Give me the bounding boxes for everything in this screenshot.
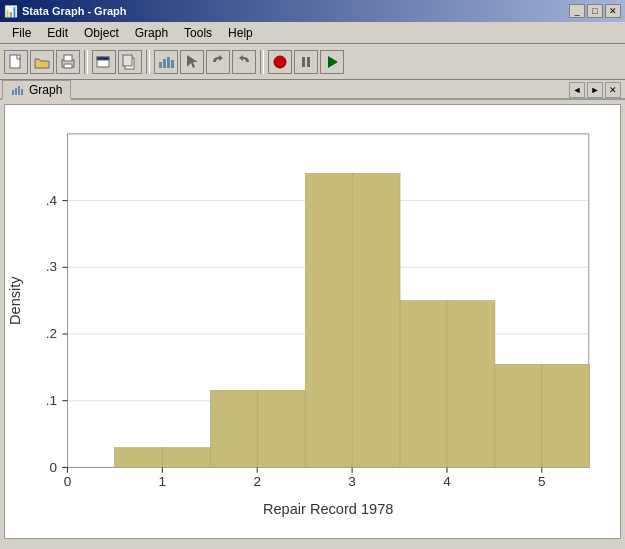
print-button[interactable] — [56, 50, 80, 74]
svg-point-13 — [274, 56, 286, 68]
svg-rect-10 — [167, 57, 170, 68]
x-tick-1: 1 — [159, 474, 167, 489]
separator-1 — [84, 50, 88, 74]
bar-5 — [352, 173, 400, 467]
tab-next-button[interactable]: ► — [587, 82, 603, 98]
record-play-button[interactable] — [320, 50, 344, 74]
new-button[interactable] — [4, 50, 28, 74]
tab-prev-button[interactable]: ◄ — [569, 82, 585, 98]
x-tick-5: 5 — [538, 474, 546, 489]
svg-rect-2 — [64, 55, 72, 61]
svg-rect-19 — [18, 86, 20, 95]
x-tick-3: 3 — [348, 474, 356, 489]
x-tick-4: 4 — [443, 474, 451, 489]
svg-rect-18 — [15, 88, 17, 95]
y-tick-3: .3 — [46, 259, 57, 274]
record-pause-button[interactable] — [294, 50, 318, 74]
x-axis-label: Repair Record 1978 — [263, 501, 393, 517]
bar-1 — [162, 448, 210, 468]
minimize-button[interactable]: _ — [569, 4, 585, 18]
bar-8 — [495, 364, 543, 467]
histogram-chart: 0 1 2 3 4 5 0 .1 .2 .3 .4 Repair Record … — [5, 105, 620, 538]
title-bar-controls[interactable]: _ □ ✕ — [569, 4, 621, 18]
menu-file[interactable]: File — [4, 24, 39, 42]
bar-3 — [257, 390, 305, 467]
bar-0 — [114, 448, 162, 468]
svg-rect-3 — [64, 64, 72, 68]
separator-3 — [260, 50, 264, 74]
window-title: Stata Graph - Graph — [22, 5, 127, 17]
redo-button[interactable] — [232, 50, 256, 74]
svg-rect-5 — [97, 57, 109, 60]
svg-rect-11 — [171, 60, 174, 68]
toolbar — [0, 44, 625, 80]
menu-help[interactable]: Help — [220, 24, 261, 42]
bar-6 — [400, 301, 448, 468]
menu-object[interactable]: Object — [76, 24, 127, 42]
graph-type-button[interactable] — [154, 50, 178, 74]
svg-rect-17 — [12, 90, 14, 95]
menu-tools[interactable]: Tools — [176, 24, 220, 42]
copy-button[interactable] — [118, 50, 142, 74]
svg-rect-0 — [10, 55, 20, 68]
separator-2 — [146, 50, 150, 74]
tab-graph[interactable]: Graph — [2, 80, 71, 100]
bar-chart-icon — [11, 83, 25, 97]
tab-graph-label: Graph — [29, 83, 62, 97]
graph-container: 0 1 2 3 4 5 0 .1 .2 .3 .4 Repair Record … — [4, 104, 621, 539]
bar-7 — [447, 301, 495, 468]
bar-9 — [542, 364, 590, 467]
close-button[interactable]: ✕ — [605, 4, 621, 18]
title-bar: 📊 Stata Graph - Graph _ □ ✕ — [0, 0, 625, 22]
y-tick-1: .1 — [46, 393, 57, 408]
svg-marker-12 — [187, 55, 198, 68]
menu-edit[interactable]: Edit — [39, 24, 76, 42]
bar-2 — [210, 390, 258, 467]
window-icon: 📊 — [4, 5, 18, 18]
copy-window-button[interactable] — [92, 50, 116, 74]
y-tick-0: 0 — [50, 460, 58, 475]
svg-rect-20 — [21, 89, 23, 95]
record-stop-button[interactable] — [268, 50, 292, 74]
svg-rect-9 — [163, 59, 166, 68]
svg-rect-7 — [123, 55, 132, 66]
menu-graph[interactable]: Graph — [127, 24, 176, 42]
maximize-button[interactable]: □ — [587, 4, 603, 18]
menu-bar: File Edit Object Graph Tools Help — [0, 22, 625, 44]
undo-button[interactable] — [206, 50, 230, 74]
x-tick-0: 0 — [64, 474, 72, 489]
x-tick-2: 2 — [253, 474, 261, 489]
open-button[interactable] — [30, 50, 54, 74]
tab-row: Graph ◄ ► ✕ — [0, 80, 625, 100]
svg-rect-15 — [307, 57, 310, 67]
svg-rect-14 — [302, 57, 305, 67]
y-tick-2: .2 — [46, 326, 57, 341]
tab-close-button[interactable]: ✕ — [605, 82, 621, 98]
arrow-button[interactable] — [180, 50, 204, 74]
y-axis-label: Density — [7, 276, 23, 325]
bar-4 — [305, 173, 353, 467]
svg-marker-16 — [328, 56, 338, 68]
svg-rect-8 — [159, 62, 162, 68]
y-tick-4: .4 — [46, 193, 58, 208]
